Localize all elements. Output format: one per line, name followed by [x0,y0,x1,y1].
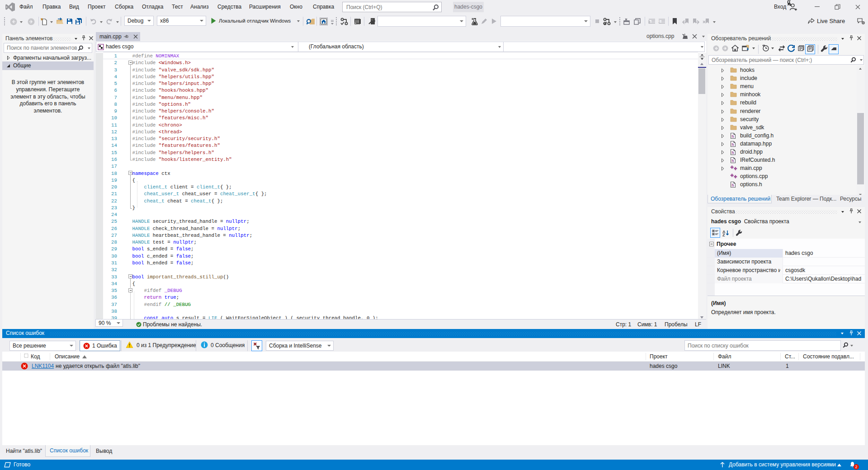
svg-text:h: h [731,134,734,139]
svg-text:h: h [731,142,734,147]
svg-text:h: h [731,183,734,188]
svg-text:2: 2 [658,19,660,24]
svg-text:h: h [731,150,734,155]
svg-text:h: h [731,159,734,163]
svg-text:Z: Z [722,233,725,236]
